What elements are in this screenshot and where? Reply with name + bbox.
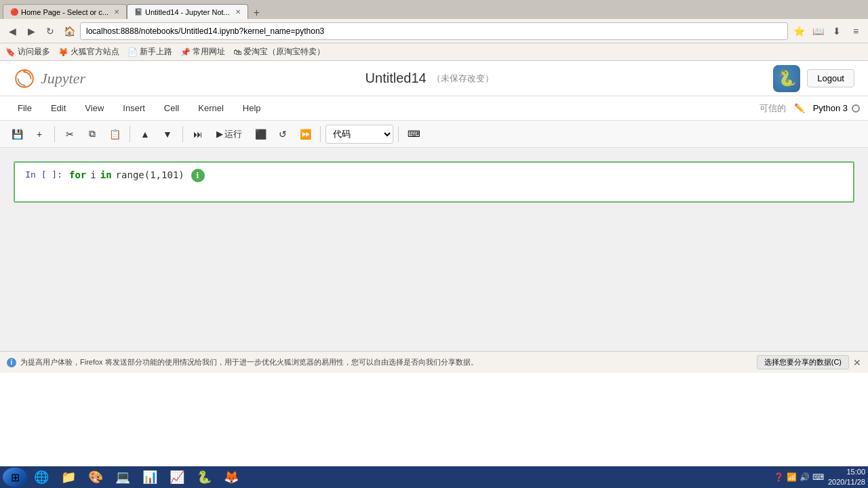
chart-icon: 📈 — [170, 470, 184, 485]
tab-jupyter-close[interactable]: ✕ — [235, 8, 241, 16]
taskbar-date-display: 2020/11/28 — [828, 477, 865, 487]
ie-icon: 🌐 — [34, 470, 49, 485]
func-range: range(1,101) — [116, 168, 184, 182]
taskbar-ie[interactable]: 🌐 — [28, 468, 54, 487]
browser-navbar: ◀ ▶ ↻ 🏠 ⭐ 📖 ⬇ ≡ — [0, 19, 868, 43]
save-button[interactable]: 💾 — [7, 125, 27, 144]
taskbar-chart[interactable]: 📈 — [164, 468, 190, 487]
run-button[interactable]: ▶ 运行 — [210, 125, 248, 144]
cell-input[interactable]: for i in range(1,101) ℹ — [69, 165, 853, 199]
menu-right-area: 可信的 ✏️ Python 3 — [760, 100, 860, 117]
jupyter-toolbar: 💾 + ✂ ⧉ 📋 ▲ ▼ ⏭ ▶ 运行 ⬛ ↺ ⏩ 代码 ⌨ — [0, 121, 868, 148]
taskbar-powerpoint[interactable]: 📊 — [137, 468, 163, 487]
keyword-for: for — [69, 168, 86, 182]
tab-jupyter-icon: 📓 — [134, 8, 142, 16]
fast-forward-button[interactable]: ⏭ — [188, 125, 208, 144]
jupyter-header: Jupyter Untitled14 （未保存改变） 🐍 Logout — [0, 61, 868, 96]
jupyter-title-area: Untitled14 （未保存改变） — [366, 70, 494, 86]
taskbar-right: ❓ 📶 🔊 ⌨ 15:00 2020/11/28 — [774, 467, 865, 488]
menu-cell[interactable]: Cell — [155, 100, 189, 116]
keyword-in: in — [100, 168, 112, 182]
python-icon: 🐍 — [197, 470, 212, 485]
menu-view[interactable]: View — [75, 100, 113, 116]
taskbar-python[interactable]: 🐍 — [191, 468, 217, 487]
reader-mode-button[interactable]: 📖 — [810, 23, 826, 39]
bookmark-taobao[interactable]: 🛍 爱淘宝（原淘宝特卖） — [233, 46, 325, 58]
toolbar-sep-3 — [182, 126, 183, 142]
jupyter-logo-icon — [14, 68, 35, 89]
tab-homepage[interactable]: 🔴 Home Page - Select or c... ✕ — [3, 4, 127, 19]
paste-button[interactable]: 📋 — [104, 125, 125, 144]
taskbar-sys-icons: ❓ 📶 🔊 ⌨ — [774, 472, 824, 482]
taskbar-firefox[interactable]: 🦊 — [218, 468, 244, 487]
new-tab-button[interactable]: + — [248, 7, 265, 19]
stop-button[interactable]: ⬛ — [250, 125, 271, 144]
restart-button[interactable]: ↺ — [273, 125, 293, 144]
taskbar-time-display: 15:00 — [828, 467, 865, 477]
tab-jupyter[interactable]: 📓 Untitled14 - Jupyter Not... ✕ — [127, 4, 248, 19]
taskbar-paint[interactable]: 🎨 — [83, 468, 108, 487]
code-line-1: for i in range(1,101) ℹ — [69, 168, 853, 182]
code-cell[interactable]: In [ ]: for i in range(1,101) ℹ — [14, 161, 854, 203]
copy-button[interactable]: ⧉ — [82, 125, 102, 144]
back-button[interactable]: ◀ — [4, 23, 20, 39]
kernel-status-circle — [852, 104, 860, 113]
move-up-button[interactable]: ▲ — [135, 125, 155, 144]
status-close-button[interactable]: ✕ — [853, 357, 861, 368]
firefox-icon: 🦊 — [224, 470, 239, 485]
home-button[interactable]: 🏠 — [61, 23, 77, 39]
bookmark-visited[interactable]: 🔖 访问最多 — [5, 46, 50, 58]
explorer-icon: 📁 — [61, 470, 76, 485]
bookmark-star-button[interactable]: ⭐ — [791, 23, 807, 39]
jupyter-brand-text: Jupyter — [41, 70, 85, 87]
cell-empty-line — [69, 182, 853, 196]
add-cell-button[interactable]: + — [29, 125, 50, 144]
taskbar-question-icon: ❓ — [774, 472, 784, 482]
notebook-area: In [ ]: for i in range(1,101) ℹ — [0, 148, 868, 351]
menu-kernel[interactable]: Kernel — [189, 100, 233, 116]
forward-button[interactable]: ▶ — [23, 23, 39, 39]
address-bar[interactable] — [80, 22, 788, 40]
nav-icons: ⭐ 📖 ⬇ ≡ — [791, 23, 864, 39]
pycharm-icon: 💻 — [115, 470, 130, 485]
taskbar-explorer[interactable]: 📁 — [56, 468, 81, 487]
paint-icon: 🎨 — [88, 470, 103, 485]
tab-homepage-close[interactable]: ✕ — [114, 8, 119, 16]
edit-trusted-button[interactable]: ✏️ — [791, 100, 808, 117]
menu-help[interactable]: Help — [233, 100, 271, 116]
svg-point-2 — [23, 84, 26, 87]
toolbar-sep-4 — [320, 126, 321, 142]
tab-homepage-title: Home Page - Select or c... — [21, 8, 108, 16]
cut-button[interactable]: ✂ — [60, 125, 80, 144]
move-down-button[interactable]: ▼ — [157, 125, 178, 144]
python-logo-icon: 🐍 — [773, 65, 800, 92]
trusted-label: 可信的 — [760, 102, 786, 115]
download-button[interactable]: ⬇ — [829, 23, 845, 39]
bookmark-common-sites[interactable]: 📌 常用网址 — [180, 46, 225, 58]
bookmark-firefox-official[interactable]: 🦊 火狐官方站点 — [58, 46, 119, 58]
taskbar-volume-icon: 🔊 — [800, 472, 810, 482]
menu-edit[interactable]: Edit — [41, 100, 75, 116]
start-button[interactable]: ⊞ — [3, 468, 27, 487]
keyboard-shortcuts-button[interactable]: ⌨ — [403, 125, 424, 144]
status-share-button[interactable]: 选择您要分享的数据(C) — [757, 355, 849, 369]
taskbar-clock[interactable]: 15:00 2020/11/28 — [828, 467, 865, 488]
restart-run-button[interactable]: ⏩ — [295, 125, 315, 144]
refresh-button[interactable]: ↻ — [42, 23, 58, 39]
cell-type-select[interactable]: 代码 — [326, 125, 393, 144]
kernel-indicator: Python 3 — [813, 103, 860, 113]
notebook-title[interactable]: Untitled14 — [366, 70, 427, 86]
svg-point-1 — [23, 70, 26, 73]
logout-button[interactable]: Logout — [807, 69, 854, 87]
menu-insert[interactable]: Insert — [113, 100, 155, 116]
run-icon: ▶ — [216, 129, 223, 139]
bookmark-beginner[interactable]: 📄 新手上路 — [127, 46, 172, 58]
menu-file[interactable]: File — [8, 100, 41, 116]
taskbar-pycharm[interactable]: 💻 — [110, 468, 136, 487]
toolbar-sep-1 — [54, 126, 55, 142]
jupyter-header-right: 🐍 Logout — [773, 65, 854, 92]
firefox-menu-button[interactable]: ≡ — [848, 23, 864, 39]
autocomplete-bubble[interactable]: ℹ — [191, 169, 205, 182]
bookmarks-bar: 🔖 访问最多 🦊 火狐官方站点 📄 新手上路 📌 常用网址 🛍 爱淘宝（原淘宝特… — [0, 43, 868, 61]
powerpoint-icon: 📊 — [142, 470, 157, 485]
